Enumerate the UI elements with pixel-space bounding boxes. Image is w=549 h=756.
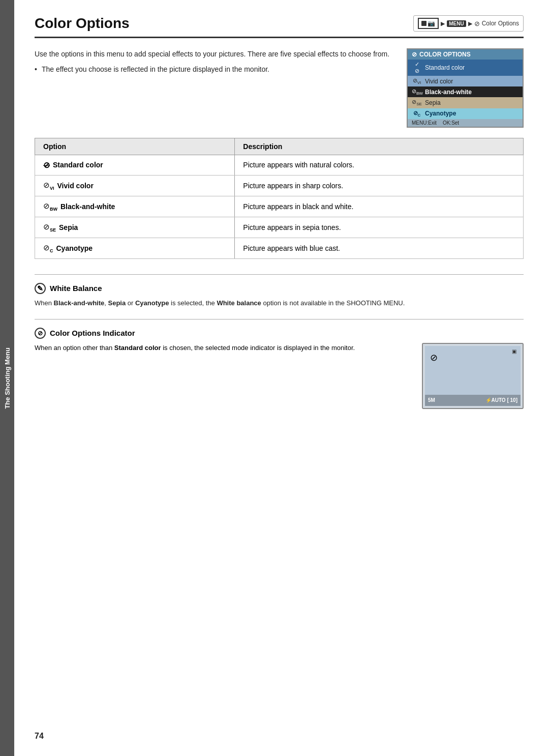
camera-menu-bw-label: Black-and-white: [425, 89, 472, 96]
table-row: ⊘VI Vivid color Picture appears in sharp…: [35, 175, 524, 196]
table-row: ⊘SE Sepia Picture appears in sepia tones…: [35, 217, 524, 238]
cam-bottom-bar: 5M ⚡AUTO [ 10]: [425, 395, 521, 406]
side-tab: The Shooting Menu: [0, 0, 14, 756]
main-content: Color Options 📷 ▶ MENU ▶ ⊘ Color Options…: [14, 0, 549, 756]
wb-bold1: Black-and-white: [54, 299, 105, 307]
breadcrumb-page-label: Color Options: [482, 20, 519, 27]
intro-paragraph: Use the options in this menu to add spec…: [35, 48, 391, 60]
table-desc-sepia: Picture appears in sepia tones.: [235, 217, 524, 238]
camera-menu-cyan-icon: ⊘C: [412, 110, 422, 118]
sepia-label: Sepia: [59, 223, 78, 231]
intro-bullet: The effect you choose is reflected in th…: [35, 64, 391, 75]
bw-icon: ⊘BW: [43, 201, 57, 212]
table-option-cell: ⊘VI Vivid color: [35, 175, 235, 196]
camera-menu-check-icon: ✓ ⊘: [412, 61, 422, 74]
color-indicator-heading: Color Options Indicator: [50, 329, 135, 337]
cam-overlay-icon: ⊘: [430, 352, 438, 363]
page-number: 74: [35, 732, 44, 741]
camera-menu-sepia: ⊘SE Sepia: [408, 97, 523, 108]
cam-resolution: 5M: [428, 397, 435, 403]
camera-menu-screenshot: ⊘ COLOR OPTIONS ✓ ⊘ Standard color ⊘VI V…: [407, 48, 524, 128]
camera-menu-sepia-icon: ⊘SE: [412, 99, 422, 106]
table-row: ⊘C Cyanotype Picture appears with blue c…: [35, 238, 524, 258]
menu-badge: MENU: [447, 20, 466, 27]
cyan-label: Cyanotype: [56, 244, 93, 252]
note-icon-ci: ⊘: [35, 328, 46, 339]
indicator-section: When an option other than Standard color…: [35, 343, 524, 409]
bw-label: Black-and-white: [60, 202, 115, 211]
side-tab-label: The Shooting Menu: [4, 347, 11, 409]
note-icon-wb: ✎: [35, 283, 46, 294]
intro-section: Use the options in this menu to add spec…: [35, 48, 524, 128]
breadcrumb-arrow2: ▶: [468, 20, 472, 27]
camera-menu-cyan-label: Cyanotype: [425, 110, 456, 117]
camera-menu-bw-icon: ⊘BW: [412, 88, 422, 96]
wb-bold2: Sepia: [108, 299, 126, 307]
breadcrumb-arrow1: ▶: [441, 20, 445, 27]
camera-menu-title: COLOR OPTIONS: [419, 51, 471, 58]
table-header-description: Description: [235, 138, 524, 155]
option-label-vivid: ⊘VI Vivid color: [43, 181, 226, 191]
notes-section: ✎ White Balance When Black-and-white, Se…: [35, 274, 524, 409]
vivid-icon: ⊘VI: [43, 181, 54, 191]
sepia-icon: ⊘SE: [43, 222, 56, 232]
cyan-icon: ⊘C: [43, 243, 53, 253]
white-balance-body: When Black-and-white, Sepia or Cyanotype…: [35, 298, 524, 309]
cam-battery-icon: ▣: [512, 348, 516, 354]
camera-icon-black: [421, 21, 426, 26]
camera-menu-vivid: ⊘VI Vivid color: [408, 76, 523, 86]
standard-icon: ⊘: [43, 160, 50, 170]
camera-menu-footer-exit: MENU:Exit: [412, 120, 437, 126]
option-label-standard: ⊘ Standard color: [43, 160, 226, 170]
camera-mode-icon: 📷: [418, 18, 439, 29]
table-header-option: Option: [35, 138, 235, 155]
breadcrumb: 📷 ▶ MENU ▶ ⊘ Color Options: [413, 15, 524, 32]
camera-menu-vivid-icon: ⊘VI: [412, 77, 422, 85]
camera-menu-header: ⊘ COLOR OPTIONS: [408, 49, 523, 60]
camera-menu-symbol: ⊘: [412, 51, 417, 58]
table-option-cell: ⊘ Standard color: [35, 155, 235, 175]
table-desc-cyan: Picture appears with blue cast.: [235, 238, 524, 258]
table-option-cell: ⊘C Cyanotype: [35, 238, 235, 258]
camera-icon-symbol: 📷: [428, 20, 435, 27]
camera-menu-footer-set: OK:Set: [443, 120, 459, 126]
camera-menu-footer: MENU:Exit OK:Set: [408, 119, 523, 127]
white-balance-heading: White Balance: [50, 284, 102, 293]
white-balance-title: ✎ White Balance: [35, 283, 524, 294]
page-container: The Shooting Menu Color Options 📷 ▶ MENU…: [0, 0, 549, 756]
option-label-cyan: ⊘C Cyanotype: [43, 243, 226, 253]
option-label-bw: ⊘BW Black-and-white: [43, 201, 226, 212]
camera-menu-vivid-label: Vivid color: [425, 78, 453, 85]
camera-menu-standard: ✓ ⊘ Standard color: [408, 60, 523, 76]
page-header: Color Options 📷 ▶ MENU ▶ ⊘ Color Options: [35, 15, 524, 38]
breadcrumb-section-icon: ⊘: [474, 20, 480, 27]
color-indicator-title: ⊘ Color Options Indicator: [35, 328, 524, 339]
camera-menu-sepia-label: Sepia: [425, 99, 441, 106]
wb-bold3: Cyanotype: [135, 299, 169, 307]
wb-bold4: White balance: [217, 299, 261, 307]
divider-2: [35, 319, 524, 319]
page-title: Color Options: [35, 15, 130, 32]
divider-1: [35, 274, 524, 275]
camera-menu-cyan: ⊘C Cyanotype: [408, 108, 523, 119]
ci-bold1: Standard color: [114, 344, 161, 352]
table-desc-vivid: Picture appears in sharp colors.: [235, 175, 524, 196]
vivid-label: Vivid color: [57, 182, 94, 190]
camera-display-inner: ⊘ ▣ 5M ⚡AUTO [ 10]: [425, 346, 521, 406]
table-option-cell: ⊘BW Black-and-white: [35, 196, 235, 217]
cam-settings: ⚡AUTO [ 10]: [485, 397, 518, 403]
option-label-sepia: ⊘SE Sepia: [43, 222, 226, 232]
intro-text: Use the options in this menu to add spec…: [35, 48, 391, 128]
table-row: ⊘ Standard color Picture appears with na…: [35, 155, 524, 175]
camera-menu-bw: ⊘BW Black-and-white: [408, 86, 523, 97]
table-desc-bw: Picture appears in black and white.: [235, 196, 524, 217]
color-indicator-body: When an option other than Standard color…: [35, 343, 407, 354]
options-table: Option Description ⊘ Standard color Pict…: [35, 138, 524, 259]
camera-menu-standard-label: Standard color: [425, 64, 465, 71]
table-option-cell: ⊘SE Sepia: [35, 217, 235, 238]
table-row: ⊘BW Black-and-white Picture appears in b…: [35, 196, 524, 217]
camera-display-mockup: ⊘ ▣ 5M ⚡AUTO [ 10]: [422, 343, 524, 409]
table-desc-standard: Picture appears with natural colors.: [235, 155, 524, 175]
standard-label: Standard color: [53, 161, 103, 169]
